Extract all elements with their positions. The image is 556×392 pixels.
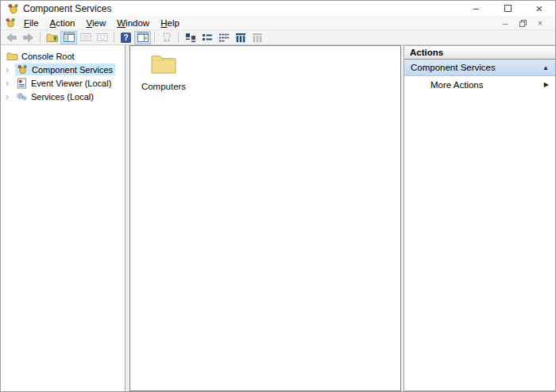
component-services-icon bbox=[16, 64, 29, 75]
toolbar-separator bbox=[178, 32, 179, 43]
actions-group-component-services[interactable]: Component Services ▲ bbox=[404, 60, 555, 76]
results-pane: Computers bbox=[129, 45, 401, 391]
forward-button[interactable] bbox=[20, 31, 37, 44]
maximize-button[interactable] bbox=[492, 1, 523, 16]
services-gear-icon bbox=[15, 91, 28, 102]
large-icons-view-button[interactable] bbox=[182, 31, 199, 44]
folder-icon bbox=[150, 52, 177, 78]
child-restore-button[interactable] bbox=[514, 20, 531, 26]
tree-item-label: Services (Local) bbox=[31, 92, 94, 102]
show-hide-console-tree-button[interactable] bbox=[60, 31, 77, 44]
status-view-icon bbox=[252, 33, 263, 43]
event-viewer-icon bbox=[15, 78, 28, 89]
list-view-button[interactable] bbox=[215, 31, 232, 44]
maximize-icon bbox=[504, 5, 512, 12]
help-icon: ? bbox=[121, 33, 131, 43]
toolbar-separator bbox=[114, 32, 114, 43]
tree-item-services[interactable]: › Services (Local) bbox=[1, 90, 125, 103]
component-services-window: Component Services – × File Action View … bbox=[0, 0, 556, 392]
forward-icon bbox=[22, 33, 34, 43]
up-folder-icon bbox=[46, 33, 59, 43]
more-actions-label: More Actions bbox=[431, 80, 483, 90]
tree-item-label: Component Services bbox=[32, 65, 113, 75]
title-bar: Component Services – × bbox=[1, 1, 555, 16]
restore-icon bbox=[519, 20, 527, 26]
small-icons-view-icon bbox=[202, 33, 213, 43]
collapse-icon[interactable]: ▲ bbox=[542, 64, 549, 71]
up-one-level-button[interactable] bbox=[44, 31, 60, 44]
item-label: Computers bbox=[138, 82, 189, 91]
content-area: Console Root › Component Services › bbox=[1, 45, 555, 391]
window-controls: – × bbox=[460, 1, 555, 16]
console-tree-pane: Console Root › Component Services › bbox=[1, 45, 125, 391]
selected-tree-item: Component Services bbox=[15, 63, 115, 75]
component-services-icon bbox=[4, 17, 16, 29]
actions-pane: Actions Component Services ▲ More Action… bbox=[403, 45, 555, 391]
status-view-button[interactable] bbox=[249, 31, 265, 44]
tree-item-event-viewer[interactable]: › Event Viewer (Local) bbox=[1, 76, 125, 90]
expander-icon[interactable]: › bbox=[6, 79, 15, 87]
menu-bar: File Action View Window Help – × bbox=[1, 16, 555, 30]
menu-view[interactable]: View bbox=[81, 17, 112, 29]
large-icons-view-icon bbox=[185, 33, 196, 43]
toolbar-separator bbox=[154, 32, 155, 43]
more-actions-item[interactable]: More Actions ▶ bbox=[404, 76, 555, 93]
back-icon bbox=[6, 33, 17, 43]
computers-item[interactable]: Computers bbox=[138, 52, 189, 91]
refresh-button[interactable] bbox=[94, 31, 110, 44]
action-pane-icon bbox=[137, 33, 149, 42]
minimize-button[interactable]: – bbox=[460, 1, 492, 16]
tree-item-label: Console Root bbox=[21, 52, 75, 61]
back-button[interactable] bbox=[3, 31, 20, 44]
close-button[interactable]: × bbox=[523, 1, 555, 16]
actions-group-label: Component Services bbox=[411, 63, 496, 72]
tree-item-console-root[interactable]: Console Root bbox=[1, 49, 125, 63]
svg-text:?: ? bbox=[123, 33, 128, 42]
expander-icon[interactable]: › bbox=[6, 66, 15, 74]
console-tree-icon bbox=[64, 33, 75, 42]
lamp-button[interactable] bbox=[158, 31, 175, 44]
component-services-icon bbox=[6, 2, 19, 14]
list-view-icon bbox=[218, 33, 230, 43]
menu-action[interactable]: Action bbox=[44, 17, 81, 29]
folder-icon bbox=[6, 52, 18, 61]
child-close-button[interactable]: × bbox=[531, 18, 549, 28]
show-hide-action-pane-button[interactable] bbox=[134, 31, 151, 44]
menu-window[interactable]: Window bbox=[111, 17, 155, 29]
submenu-arrow-icon: ▶ bbox=[544, 81, 549, 88]
child-minimize-button[interactable]: – bbox=[496, 18, 514, 28]
details-view-button[interactable] bbox=[232, 31, 249, 44]
refresh-icon bbox=[97, 33, 108, 42]
expander-icon[interactable]: › bbox=[6, 93, 15, 101]
details-view-icon bbox=[235, 33, 246, 43]
menu-file[interactable]: File bbox=[18, 17, 44, 29]
actions-pane-title: Actions bbox=[404, 46, 555, 60]
child-window-controls: – × bbox=[496, 18, 549, 28]
tree-item-component-services[interactable]: › Component Services bbox=[1, 63, 125, 76]
export-list-icon bbox=[80, 33, 91, 42]
toolbar: ? bbox=[1, 30, 555, 45]
export-list-button[interactable] bbox=[77, 31, 94, 44]
toolbar-separator bbox=[40, 32, 41, 43]
lamp-icon bbox=[161, 32, 172, 43]
menu-help[interactable]: Help bbox=[155, 17, 185, 29]
help-button[interactable]: ? bbox=[118, 31, 134, 44]
tree-item-label: Event Viewer (Local) bbox=[31, 79, 111, 88]
small-icons-view-button[interactable] bbox=[199, 31, 215, 44]
window-title: Component Services bbox=[23, 3, 111, 14]
